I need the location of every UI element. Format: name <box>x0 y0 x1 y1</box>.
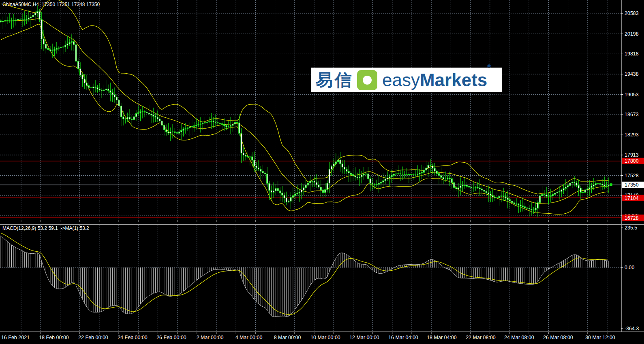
candle-body <box>2 21 4 22</box>
candle-body <box>230 125 231 126</box>
price-axis-label: 19053 <box>625 92 639 98</box>
time-axis-label: 26 Mar 08:00 <box>543 335 573 340</box>
easymarkets-logo-dot <box>363 76 372 85</box>
candle-body <box>350 173 351 174</box>
candle-body <box>69 42 70 44</box>
candle-body <box>419 173 420 174</box>
candle-body <box>413 174 414 175</box>
candle-body <box>595 183 597 185</box>
candle-body <box>503 196 504 197</box>
candle-body <box>120 106 122 117</box>
candle-body <box>277 189 278 191</box>
time-axis-label: 16 Mar 04:00 <box>388 335 418 340</box>
candle-body <box>582 192 584 193</box>
candle-body <box>153 115 154 117</box>
candle-body <box>19 19 21 19</box>
candle-body <box>443 177 444 179</box>
candle-body <box>490 194 491 195</box>
candle-body <box>533 210 534 210</box>
time-axis-label: 2 Mar 00:00 <box>197 335 224 340</box>
candle-body <box>563 189 564 190</box>
candle-body <box>586 189 588 190</box>
candle-body <box>383 180 384 182</box>
candle-body <box>71 42 72 42</box>
candle-body <box>473 188 474 188</box>
time-axis-label: 26 Feb 00:00 <box>156 335 186 340</box>
candle-body <box>168 132 169 133</box>
candle-body <box>73 42 75 45</box>
candle-body <box>539 196 541 203</box>
candle-body <box>172 132 173 132</box>
candle-body <box>290 197 291 201</box>
candle-body <box>88 85 90 87</box>
candle-body <box>24 19 25 20</box>
candle-body <box>101 90 103 91</box>
candle-body <box>288 201 289 202</box>
time-axis-label: 4 Mar 00:00 <box>235 335 263 340</box>
candle-body <box>421 172 422 173</box>
candle-body <box>174 132 175 132</box>
candle-body <box>370 179 371 183</box>
candle-body <box>95 87 96 87</box>
candle-body <box>112 92 113 95</box>
candle-body <box>0 21 1 22</box>
price-axis-label: 20583 <box>625 11 639 16</box>
candle-body <box>86 83 87 85</box>
candle-body <box>43 39 44 44</box>
candle-body <box>415 174 416 175</box>
time-axis-label: 8 Mar 00:00 <box>274 335 301 340</box>
time-axis-label: 18 Feb 00:00 <box>39 335 69 340</box>
candle-body <box>516 204 517 204</box>
candle-body <box>185 129 186 130</box>
candle-body <box>11 21 12 21</box>
candle-body <box>247 157 248 157</box>
candle-body <box>41 19 42 39</box>
candle-body <box>406 175 407 175</box>
candle-body <box>239 123 240 133</box>
candle-body <box>37 11 38 13</box>
candle-body <box>297 193 298 194</box>
candle-body <box>428 165 429 168</box>
candle-body <box>496 197 498 198</box>
candle-body <box>144 112 145 113</box>
candle-body <box>292 195 293 197</box>
candle-body <box>236 122 237 123</box>
chart-canvas[interactable]: 2058320198198181943819053186731829317913… <box>0 0 644 344</box>
candle-body <box>275 189 276 191</box>
candle-body <box>232 124 233 125</box>
candle-body <box>322 190 323 193</box>
candle-body <box>454 183 455 187</box>
time-axis-label: 10 Mar 00:00 <box>310 335 340 340</box>
candle-body <box>21 19 23 19</box>
candle-body <box>558 191 560 192</box>
candle-body <box>150 114 152 115</box>
candle-body <box>135 114 137 117</box>
candle-body <box>462 185 463 186</box>
last-price-marker <box>610 183 612 186</box>
candle-body <box>481 189 483 190</box>
candle-body <box>520 205 521 206</box>
candle-body <box>193 126 195 127</box>
candle-body <box>252 157 253 160</box>
candle-body <box>578 185 579 188</box>
candle-body <box>348 172 349 173</box>
candle-body <box>4 21 6 21</box>
candle-body <box>58 48 60 48</box>
candle-body <box>464 185 465 186</box>
candle-body <box>599 183 601 184</box>
chart-background <box>0 0 644 344</box>
candle-body <box>82 75 83 79</box>
macd-axis-label: 235.5 <box>625 225 637 231</box>
candle-body <box>531 209 532 210</box>
candle-body <box>411 174 412 175</box>
candle-body <box>305 185 306 188</box>
candle-body <box>404 174 405 175</box>
candle-body <box>374 185 375 185</box>
candle-body <box>64 45 66 47</box>
candle-body <box>447 178 448 179</box>
candle-body <box>509 200 511 201</box>
candle-body <box>439 174 440 176</box>
candle-body <box>47 48 49 49</box>
candle-body <box>378 183 379 184</box>
candle-body <box>488 193 489 194</box>
